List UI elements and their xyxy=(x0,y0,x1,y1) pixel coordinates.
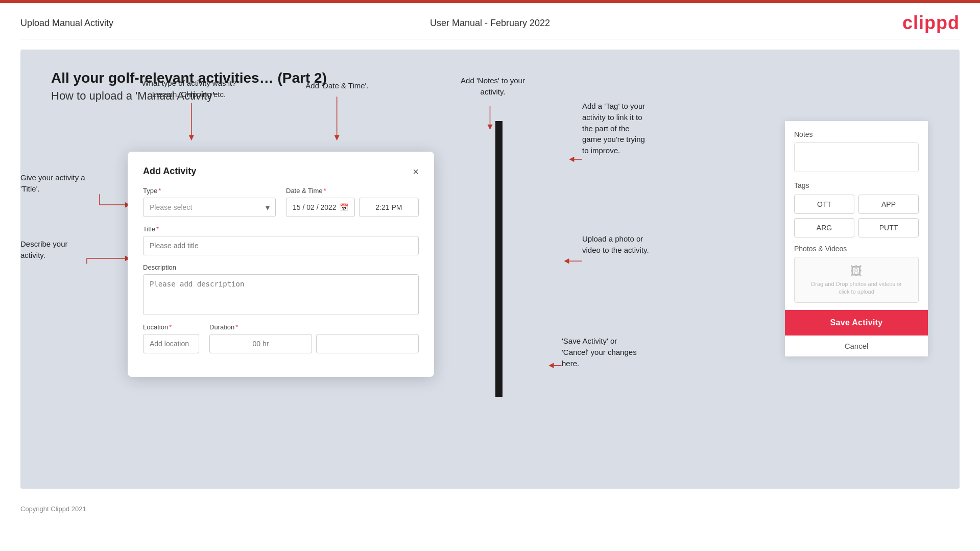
photos-drop-zone[interactable]: 🖼 Drag and Drop photos and videos orclic… xyxy=(794,257,919,303)
header-divider xyxy=(20,39,960,39)
tag-app[interactable]: APP xyxy=(858,195,919,214)
date-time-inputs: 15 / 02 / 2022 📅 2:21 PM xyxy=(286,198,419,217)
anno-description: Describe youractivity. xyxy=(20,238,94,261)
location-label: Location* xyxy=(143,323,199,331)
location-duration-row: Location* Duration* xyxy=(143,323,419,353)
svg-marker-21 xyxy=(548,363,554,368)
anno-save: 'Save Activity' or'Cancel' your changesh… xyxy=(562,336,695,369)
logo: clippd xyxy=(902,12,960,34)
datetime-label: Date & Time* xyxy=(286,187,419,195)
tags-grid: OTT APP ARG PUTT xyxy=(794,195,919,237)
time-input[interactable]: 2:21 PM xyxy=(359,198,419,217)
description-label: Description xyxy=(143,263,419,271)
notes-panel-sidebar xyxy=(495,121,503,397)
cancel-link[interactable]: Cancel xyxy=(785,336,928,356)
tag-putt[interactable]: PUTT xyxy=(858,218,919,237)
duration-inputs xyxy=(209,334,419,353)
svg-marker-1 xyxy=(189,135,194,140)
svg-marker-19 xyxy=(564,258,569,263)
type-group: Type* Please select xyxy=(143,187,276,217)
notes-input[interactable] xyxy=(794,142,919,172)
notes-panel: Notes Tags OTT APP ARG PUTT Photos & Vid… xyxy=(785,121,928,356)
location-input[interactable] xyxy=(143,334,199,353)
duration-min-input[interactable] xyxy=(316,334,419,353)
type-select[interactable]: Please select xyxy=(143,198,276,217)
date-input[interactable]: 15 / 02 / 2022 📅 xyxy=(286,198,355,217)
calendar-icon: 📅 xyxy=(340,203,348,211)
duration-group: Duration* xyxy=(209,323,419,353)
save-activity-button[interactable]: Save Activity xyxy=(785,310,928,336)
svg-marker-3 xyxy=(334,135,340,140)
duration-hr-input[interactable] xyxy=(209,334,312,353)
type-label: Type* xyxy=(143,187,276,195)
title-group: Title* xyxy=(143,225,419,255)
photos-drop-text: Drag and Drop photos and videos orclick … xyxy=(811,280,901,296)
page-title: Upload Manual Activity xyxy=(20,18,113,29)
photos-section-label: Photos & Videos xyxy=(794,245,919,253)
section-heading: All your golf-relevant activities… (Part… xyxy=(51,70,929,86)
anno-tag: Add a 'Tag' to youractivity to link it t… xyxy=(582,101,705,156)
modal-close-button[interactable]: × xyxy=(413,166,419,177)
footer: Copyright Clippd 2021 xyxy=(0,499,980,519)
type-select-wrapper: Please select xyxy=(143,198,276,217)
title-label: Title* xyxy=(143,225,419,233)
tag-arg[interactable]: ARG xyxy=(794,218,854,237)
description-group: Description xyxy=(143,263,419,315)
main-content: All your golf-relevant activities… (Part… xyxy=(20,50,960,489)
description-input[interactable] xyxy=(143,274,419,315)
section-subheading: How to upload a 'Manual Activity' xyxy=(51,89,929,103)
type-datetime-row: Type* Please select Date & Time* 15 / 02… xyxy=(143,187,419,217)
modal-header: Add Activity × xyxy=(143,166,419,177)
header: Upload Manual Activity User Manual - Feb… xyxy=(0,3,980,39)
tag-ott[interactable]: OTT xyxy=(794,195,854,214)
add-activity-modal: Add Activity × Type* Please select Date … xyxy=(128,152,434,377)
datetime-group: Date & Time* 15 / 02 / 2022 📅 2:21 PM xyxy=(286,187,419,217)
anno-photo: Upload a photo orvideo to the activity. xyxy=(582,233,705,256)
manual-title: User Manual - February 2022 xyxy=(430,18,550,29)
photo-upload-icon: 🖼 xyxy=(850,264,863,278)
title-input[interactable] xyxy=(143,236,419,255)
svg-marker-15 xyxy=(488,125,493,130)
copyright: Copyright Clippd 2021 xyxy=(20,505,86,513)
modal-title: Add Activity xyxy=(143,166,196,177)
notes-panel-inner: Notes Tags OTT APP ARG PUTT Photos & Vid… xyxy=(785,121,928,303)
location-group: Location* xyxy=(143,323,199,353)
svg-marker-17 xyxy=(569,157,574,162)
duration-label: Duration* xyxy=(209,323,419,331)
tags-section-label: Tags xyxy=(794,181,919,189)
notes-section-label: Notes xyxy=(794,130,919,138)
anno-title: Give your activity a'Title'. xyxy=(20,172,102,195)
